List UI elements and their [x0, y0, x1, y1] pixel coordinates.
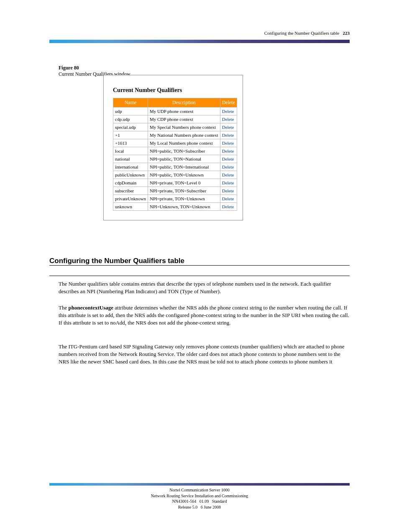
table-row: +1My National Numbers phone contextDelet… — [113, 131, 237, 139]
col-description: Description — [148, 98, 220, 107]
number-qualifiers-table: Name Description Delete udpMy UDP phone … — [113, 98, 237, 211]
delete-link[interactable]: Delete — [220, 195, 237, 203]
table-row: cdpDomainNPI=private, TON=Level 0Delete — [113, 179, 237, 187]
delete-link[interactable]: Delete — [220, 107, 237, 115]
cell-desc: NPI=private, TON=Level 0 — [148, 179, 220, 187]
table-row: unknownNPI=Unknown, TON=UnknownDelete — [113, 203, 237, 211]
cell-name: subscriber — [113, 187, 148, 195]
panel-title: Current Number Qualifiers — [113, 87, 233, 94]
section-rule-bottom — [49, 276, 350, 276]
figure-panel: Current Number Qualifiers Name Descripti… — [103, 75, 243, 220]
cell-name: udp — [113, 107, 148, 115]
cell-name: cdp.udp — [113, 115, 148, 123]
section-heading: Configuring the Number Qualifiers table — [49, 257, 184, 265]
cell-name: special.udp — [113, 123, 148, 131]
p2-bold: phonecontextUsage — [68, 304, 113, 311]
footer-rule — [49, 483, 350, 486]
cell-desc: My CDP phone context — [148, 115, 220, 123]
figure-number: Figure 80 — [59, 65, 79, 71]
delete-link[interactable]: Delete — [220, 115, 237, 123]
table-row: localNPI=public, TON=SubscriberDelete — [113, 147, 237, 155]
table-row: cdp.udpMy CDP phone contextDelete — [113, 115, 237, 123]
delete-link[interactable]: Delete — [220, 179, 237, 187]
cell-name: cdpDomain — [113, 179, 148, 187]
cell-desc: My Local Numbers phone context — [148, 139, 220, 147]
cell-desc: My National Numbers phone context — [148, 131, 220, 139]
running-header: Configuring the Number Qualifiers table … — [264, 31, 350, 36]
cell-name: +1 — [113, 131, 148, 139]
page-number: 223 — [343, 31, 350, 36]
table-row: +1613My Local Numbers phone contextDelet… — [113, 139, 237, 147]
cell-desc: NPI=public, TON=International — [148, 163, 220, 171]
table-row: nationalNPI=public, TON=NationalDelete — [113, 155, 237, 163]
cell-name: unknown — [113, 203, 148, 211]
cell-name: national — [113, 155, 148, 163]
running-title: Configuring the Number Qualifiers table — [264, 31, 340, 36]
footer-line1: Nortel Communication Server 1000 — [49, 487, 350, 493]
cell-desc: NPI=Unknown, TON=Unknown — [148, 203, 220, 211]
delete-link[interactable]: Delete — [220, 123, 237, 131]
delete-link[interactable]: Delete — [220, 139, 237, 147]
delete-link[interactable]: Delete — [220, 131, 237, 139]
table-row: publicUnknownNPI=public, TON=UnknownDele… — [113, 171, 237, 179]
body-paragraph-3: The ITG-Pentium card based SIP Signaling… — [59, 343, 350, 366]
delete-link[interactable]: Delete — [220, 203, 237, 211]
table-row: udpMy UDP phone contextDelete — [113, 107, 237, 115]
table-row: internationalNPI=public, TON=Internation… — [113, 163, 237, 171]
cell-name: +1613 — [113, 139, 148, 147]
page-footer: Nortel Communication Server 1000 Network… — [49, 487, 350, 510]
delete-link[interactable]: Delete — [220, 163, 237, 171]
footer-line2: Network Routing Service Installation and… — [49, 493, 350, 499]
section-rule-top — [49, 265, 350, 266]
header-rule — [49, 40, 350, 43]
p2-pre: The — [59, 304, 68, 311]
footer-line4: Release 5.0 6 June 2008 — [49, 504, 350, 510]
cell-desc: NPI=public, TON=Subscriber — [148, 147, 220, 155]
footer-line3: NN43001-564 01.09 Standard — [49, 499, 350, 504]
cell-desc: My Special Numbers phone context — [148, 123, 220, 131]
delete-link[interactable]: Delete — [220, 171, 237, 179]
body-paragraph-1: The Number qualifiers table contains ent… — [59, 280, 350, 295]
cell-name: privateUnknown — [113, 195, 148, 203]
cell-desc: NPI=private, TON=Subscriber — [148, 187, 220, 195]
cell-name: local — [113, 147, 148, 155]
delete-link[interactable]: Delete — [220, 147, 237, 155]
delete-link[interactable]: Delete — [220, 155, 237, 163]
cell-desc: NPI=private, TON=Unknown — [148, 195, 220, 203]
col-delete: Delete — [220, 98, 237, 107]
col-name: Name — [113, 98, 148, 107]
table-row: privateUnknownNPI=private, TON=UnknownDe… — [113, 195, 237, 203]
cell-desc: NPI=public, TON=Unknown — [148, 171, 220, 179]
cell-name: publicUnknown — [113, 171, 148, 179]
cell-desc: My UDP phone context — [148, 107, 220, 115]
table-row: special.udpMy Special Numbers phone cont… — [113, 123, 237, 131]
table-row: subscriberNPI=private, TON=SubscriberDel… — [113, 187, 237, 195]
cell-desc: NPI=public, TON=National — [148, 155, 220, 163]
delete-link[interactable]: Delete — [220, 187, 237, 195]
body-paragraph-2: The phonecontextUsage attribute determin… — [59, 304, 350, 327]
cell-name: international — [113, 163, 148, 171]
